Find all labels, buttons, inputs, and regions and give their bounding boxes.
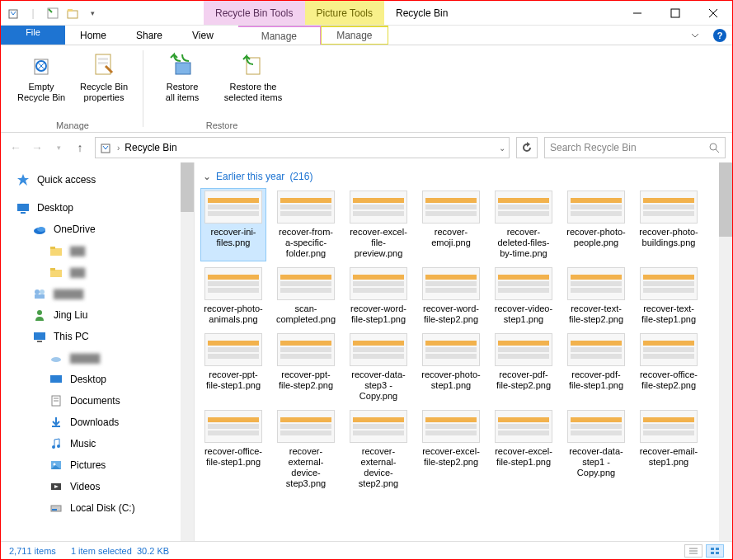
- breadcrumb-sep-icon[interactable]: ›: [117, 144, 120, 153]
- sidebar-desktop[interactable]: Desktop: [11, 197, 194, 219]
- content-scroll-thumb[interactable]: [719, 162, 732, 237]
- back-button[interactable]: ←: [7, 139, 24, 156]
- file-item[interactable]: recover-excel-file-step2.png: [419, 408, 483, 491]
- file-item[interactable]: recover-from-a-specific-folder.png: [274, 189, 338, 261]
- refresh-button[interactable]: [516, 137, 538, 158]
- sidebar-onedrive-folder-2[interactable]: ▇▇: [11, 261, 194, 283]
- sidebar-pc-desktop[interactable]: Desktop: [11, 369, 194, 390]
- properties-qat-icon[interactable]: [44, 4, 62, 22]
- restore-all-button[interactable]: Restore all items: [153, 49, 211, 119]
- view-icons-button[interactable]: [706, 544, 724, 558]
- file-item[interactable]: recover-photo-people.png: [564, 189, 628, 261]
- sidebar-label: OneDrive: [54, 224, 96, 235]
- file-item[interactable]: recover-deleted-files-by-time.png: [491, 189, 556, 261]
- sidebar-music[interactable]: Music: [11, 433, 194, 454]
- documents-icon: [49, 393, 63, 408]
- file-item[interactable]: recover-office-file-step1.png: [201, 408, 265, 491]
- sidebar-local-disk[interactable]: Local Disk (C:): [11, 497, 194, 519]
- file-item[interactable]: recover-pdf-file-step2.png: [491, 332, 556, 403]
- sidebar-label: Videos: [70, 481, 100, 492]
- address-bar[interactable]: › Recycle Bin ⌄: [95, 137, 510, 158]
- forward-button[interactable]: →: [29, 139, 45, 156]
- file-item[interactable]: recover-word-file-step2.png: [419, 266, 483, 327]
- recycle-bin-properties-button[interactable]: Recycle Bin properties: [75, 49, 133, 119]
- view-details-button[interactable]: [684, 544, 702, 558]
- help-button[interactable]: ?: [707, 26, 732, 45]
- tab-home[interactable]: Home: [65, 26, 121, 45]
- file-item[interactable]: recover-data-step3 - Copy.png: [346, 332, 411, 403]
- minimize-button[interactable]: [618, 1, 656, 25]
- new-folder-qat-icon[interactable]: [63, 4, 82, 22]
- ribbon-group-label-manage: Manage: [56, 119, 89, 130]
- ribbon-collapse-icon[interactable]: [683, 26, 707, 45]
- qat-dropdown-icon[interactable]: ▾: [83, 4, 101, 22]
- file-thumbnail: [495, 410, 552, 443]
- breadcrumb-root[interactable]: [99, 141, 112, 154]
- file-name: recover-excel-file-preview.png: [348, 227, 409, 259]
- file-item[interactable]: recover-ini-files.png: [201, 189, 265, 261]
- sidebar-scrollbar[interactable]: [181, 162, 194, 541]
- breadcrumb-path[interactable]: Recycle Bin: [125, 142, 176, 153]
- sidebar-onedrive[interactable]: OneDrive: [11, 219, 194, 240]
- search-icon: [708, 142, 720, 153]
- status-total: 2,711 items: [9, 546, 56, 556]
- file-item[interactable]: recover-video-step1.png: [491, 266, 556, 327]
- sidebar-pictures[interactable]: Pictures: [11, 454, 194, 476]
- restore-all-icon: [168, 50, 196, 78]
- content-scrollbar[interactable]: [719, 162, 732, 541]
- file-item[interactable]: recover-ppt-file-step1.png: [201, 332, 265, 403]
- group-header[interactable]: ⌄ Earlier this year (216): [203, 171, 727, 182]
- ribbon: Empty Recycle Bin Recycle Bin properties…: [1, 45, 732, 133]
- file-item[interactable]: recover-photo-buildings.png: [637, 189, 701, 261]
- sidebar-scroll-thumb[interactable]: [181, 162, 194, 212]
- star-icon: [16, 172, 31, 187]
- properties-icon: [90, 50, 118, 78]
- sidebar-quick-access[interactable]: Quick access: [11, 169, 194, 191]
- file-item[interactable]: recover-external-device-step2.png: [346, 408, 411, 491]
- properties-label-2: properties: [84, 92, 125, 103]
- sidebar-downloads[interactable]: Downloads: [11, 412, 194, 433]
- empty-recycle-bin-button[interactable]: Empty Recycle Bin: [12, 49, 70, 119]
- file-item[interactable]: recover-email-step1.png: [637, 408, 701, 491]
- file-item[interactable]: recover-office-file-step2.png: [637, 332, 701, 403]
- file-item[interactable]: recover-data-step1 - Copy.png: [564, 408, 628, 491]
- file-name: recover-text-file-step2.png: [566, 304, 627, 325]
- file-item[interactable]: recover-excel-file-preview.png: [346, 189, 411, 261]
- file-name: recover-external-device-step2.png: [348, 446, 409, 489]
- file-item[interactable]: recover-pdf-file-step1.png: [564, 332, 628, 403]
- file-item[interactable]: recover-ppt-file-step2.png: [274, 332, 338, 403]
- file-item[interactable]: recover-text-file-step1.png: [637, 266, 701, 327]
- tab-manage-picture[interactable]: Manage: [321, 26, 388, 45]
- sidebar-user-jing[interactable]: Jing Liu: [11, 304, 194, 326]
- file-item[interactable]: recover-emoji.png: [419, 189, 483, 261]
- tab-file[interactable]: File: [1, 26, 65, 45]
- maximize-button[interactable]: [656, 1, 694, 25]
- file-item[interactable]: recover-photo-step1.png: [419, 332, 483, 403]
- close-button[interactable]: [694, 1, 732, 25]
- sidebar-documents[interactable]: Documents: [11, 390, 194, 412]
- svg-rect-52: [711, 552, 714, 554]
- search-input[interactable]: Search Recycle Bin: [544, 137, 726, 158]
- tab-manage-recycle[interactable]: Manage: [238, 26, 321, 45]
- qat-sep: |: [24, 4, 42, 22]
- sidebar-this-pc[interactable]: This PC: [11, 326, 194, 347]
- recycle-bin-icon: [4, 4, 22, 22]
- sidebar-onedrive-folder-1[interactable]: ▇▇: [11, 240, 194, 261]
- sidebar-pc-blurred[interactable]: ▇▇▇▇: [11, 347, 194, 369]
- file-item[interactable]: recover-text-file-step2.png: [564, 266, 628, 327]
- tab-share[interactable]: Share: [121, 26, 177, 45]
- file-item[interactable]: scan-completed.png: [274, 266, 338, 327]
- file-item[interactable]: recover-external-device-step3.png: [274, 408, 338, 491]
- sidebar-videos[interactable]: Videos: [11, 476, 194, 497]
- address-dropdown-icon[interactable]: ⌄: [499, 144, 505, 153]
- svg-rect-23: [50, 248, 62, 256]
- file-item[interactable]: recover-photo-animals.png: [201, 266, 265, 327]
- up-button[interactable]: ↑: [72, 139, 88, 156]
- tab-view[interactable]: View: [177, 26, 228, 45]
- file-item[interactable]: recover-excel-file-step1.png: [491, 408, 556, 491]
- sidebar-homegroup[interactable]: ▇▇▇▇: [11, 283, 194, 304]
- svg-rect-26: [50, 268, 55, 271]
- restore-selected-button[interactable]: Restore the selected items: [216, 49, 290, 119]
- recent-dropdown-icon[interactable]: ▾: [50, 139, 67, 156]
- file-item[interactable]: recover-word-file-step1.png: [346, 266, 411, 327]
